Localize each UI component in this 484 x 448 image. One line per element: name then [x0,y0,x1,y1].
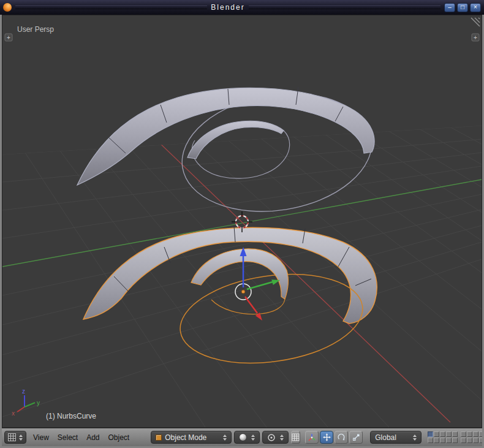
manipulator-toggle-button[interactable] [305,431,319,444]
axis-y-label: y [37,400,40,406]
panel-toggle-left[interactable]: + [5,34,12,41]
layer-toggle[interactable] [467,438,472,443]
object-info-label: (1) NurbsCurve [46,412,96,420]
titlebar[interactable]: Blender – □ × [0,0,484,15]
chevron-updown-icon [251,435,255,441]
mode-dropdown[interactable]: Object Mode [151,431,232,444]
maximize-button[interactable]: □ [457,3,468,12]
layer-toggle[interactable] [461,431,466,437]
titlebar-grip [249,6,441,9]
pivot-dropdown[interactable] [262,431,289,444]
layer-toggle[interactable] [434,438,439,443]
window-frame: z y x User Persp (1) NurbsCurve + + [0,15,484,448]
rotate-arc-icon [338,433,346,441]
minimize-button[interactable]: – [444,3,455,12]
menu-bar: View Select Add Object [29,433,134,442]
layer-toggle[interactable] [452,438,458,443]
axis-x-label: x [12,410,15,417]
viewport-header: View Select Add Object Object Mode [2,428,482,446]
layer-toggle[interactable] [446,431,452,437]
window-title: Blender [211,3,244,12]
menu-object[interactable]: Object [104,433,134,442]
menu-select[interactable]: Select [53,433,82,442]
spiral-ribbon-outer[interactable] [77,88,374,185]
layer-toggle[interactable] [428,438,433,443]
x-axis-line [141,125,450,422]
snap-element-button[interactable] [291,431,300,444]
titlebar-grip [15,6,207,9]
orientation-dropdown[interactable]: Global [370,431,422,444]
chevron-updown-icon [280,435,284,441]
gizmo-y-arrow[interactable] [247,279,280,289]
scale-manipulator-button[interactable] [349,431,363,444]
spiral-ribbon-inner[interactable] [191,249,288,299]
axis-z-label: z [22,388,25,395]
layer-toggle[interactable] [479,431,482,437]
close-button[interactable]: × [470,3,481,12]
nurbs-object-selected[interactable] [83,226,377,374]
grid-lines [2,124,482,427]
viewport-grid-icon [8,433,16,441]
3d-viewport-area[interactable]: z y x User Persp (1) NurbsCurve + + [2,15,482,428]
chevron-updown-icon [413,435,417,441]
shading-dropdown[interactable] [234,431,260,444]
layer-toggle[interactable] [473,438,478,443]
layer-toggle[interactable] [434,431,439,437]
layer-toggle[interactable] [452,431,458,437]
menu-view[interactable]: View [29,433,53,442]
plus-icon: + [474,34,477,41]
3d-viewport[interactable]: z y x User Persp (1) NurbsCurve + + [2,15,482,427]
layer-grid [428,431,482,443]
scale-square-icon [352,433,360,441]
grid-icon [292,433,300,441]
chevron-updown-icon [19,435,23,441]
orientation-dropdown-value: Global [375,433,396,442]
layer-toggle[interactable] [473,431,478,437]
layer-group-1 [428,431,458,443]
sphere-icon [239,433,247,441]
area-corner-widget[interactable] [471,18,480,26]
orange-cube-icon [156,435,162,441]
panel-toggle-right[interactable]: + [472,34,479,41]
layer-toggle[interactable] [467,431,472,437]
rotate-manipulator-button[interactable] [335,431,348,444]
rgb-tripod-icon [308,433,316,442]
layer-toggle[interactable] [428,431,433,437]
chevron-updown-icon [223,435,227,441]
plus-icon: + [7,34,10,41]
spiral-ribbon-inner[interactable] [187,121,284,159]
circle-dot-icon [267,433,276,442]
layer-toggle[interactable] [479,438,482,443]
layer-toggle[interactable] [440,431,445,437]
nurbs-object-unselected[interactable] [77,81,380,224]
mode-dropdown-value: Object Mode [165,433,206,442]
blender-logo-icon[interactable] [3,3,12,12]
layer-toggle[interactable] [461,438,466,443]
layer-toggle[interactable] [446,438,452,443]
manipulator-cluster [305,431,363,444]
menu-add[interactable]: Add [82,433,104,442]
layer-toggle[interactable] [440,438,445,443]
window-controls: – □ × [444,3,481,12]
translate-arrows-icon [323,433,331,441]
layer-group-2 [461,431,482,443]
object-origin-dot [241,290,245,294]
editor-type-button[interactable] [4,431,26,444]
translate-manipulator-button[interactable] [320,431,333,444]
view-label: User Persp [17,25,54,34]
blender-window: Blender – □ × [0,0,484,448]
